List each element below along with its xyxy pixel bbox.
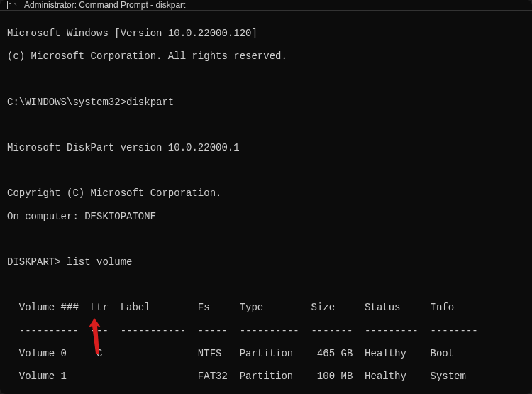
command-text: diskpart: [126, 97, 174, 108]
table-row: Volume 1 FAT32 Partition 100 MB Healthy …: [7, 371, 525, 382]
table-divider: ---------- --- ----------- ----- -------…: [7, 325, 525, 336]
blank-line: [7, 73, 525, 84]
command-text: list volume: [67, 256, 132, 268]
blank-line: [7, 165, 525, 176]
prompt-path: C:\WINDOWS\system32>: [7, 97, 126, 108]
blank-line: [7, 279, 525, 290]
copyright-line: (c) Microsoft Corporation. All rights re…: [7, 50, 525, 62]
blank-line: [7, 119, 525, 131]
diskpart-copyright: Copyright (C) Microsoft Corporation.: [7, 187, 525, 199]
cmd-icon-text: C:\: [9, 3, 18, 8]
command-prompt-window: C:\ Administrator: Command Prompt - disk…: [0, 0, 532, 394]
version-line: Microsoft Windows [Version 10.0.22000.12…: [7, 28, 525, 39]
table-row: Volume 0 C NTFS Partition 465 GB Healthy…: [7, 348, 525, 359]
prompt-line: C:\WINDOWS\system32>diskpart: [7, 97, 525, 108]
blank-line: [7, 234, 525, 245]
titlebar[interactable]: C:\ Administrator: Command Prompt - disk…: [0, 0, 532, 11]
table-header: Volume ### Ltr Label Fs Type Size Status…: [7, 302, 525, 313]
prompt-line: DISKPART> list volume: [7, 256, 525, 268]
cmd-icon: C:\: [7, 1, 18, 9]
diskpart-version: Microsoft DiskPart version 10.0.22000.1: [7, 142, 525, 153]
terminal-output[interactable]: Microsoft Windows [Version 10.0.22000.12…: [0, 11, 532, 394]
diskpart-computer: On computer: DESKTOPATONE: [7, 211, 525, 222]
window-title: Administrator: Command Prompt - diskpart: [24, 0, 185, 10]
diskpart-prompt: DISKPART>: [7, 256, 67, 268]
